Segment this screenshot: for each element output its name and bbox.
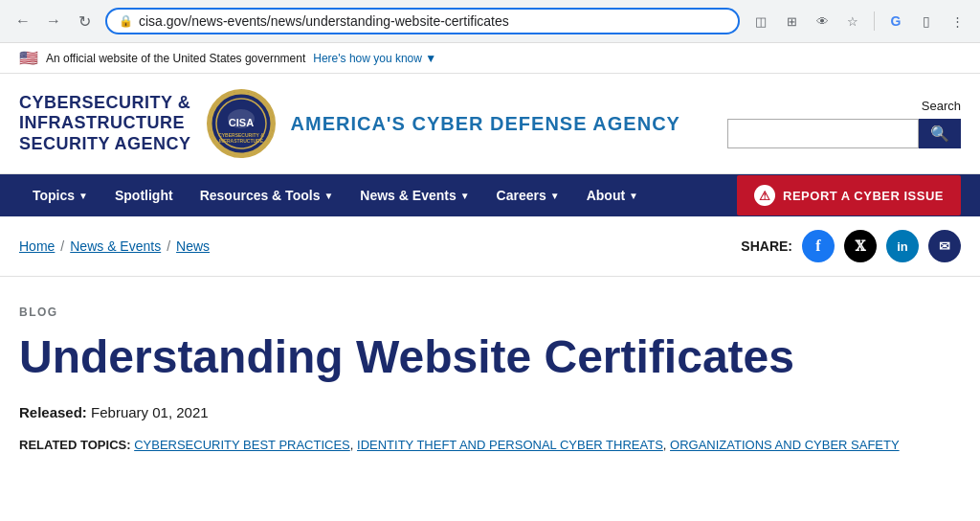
- report-cyber-issue-button[interactable]: ⚠ REPORT A CYBER ISSUE: [737, 175, 961, 215]
- search-label: Search: [922, 99, 961, 113]
- chevron-down-icon: ▼: [629, 191, 638, 201]
- extensions-button[interactable]: ▯: [913, 8, 940, 34]
- main-nav: Topics ▼ Spotlight Resources & Tools ▼ N…: [0, 174, 980, 216]
- share-linkedin-button[interactable]: in: [886, 230, 919, 262]
- share-facebook-button[interactable]: f: [802, 230, 835, 262]
- share-x-button[interactable]: 𝕏: [844, 230, 877, 262]
- agency-name-line3: SECURITY AGENCY: [19, 134, 191, 155]
- back-button[interactable]: ←: [10, 8, 36, 34]
- released-row: Released: February 01, 2021: [19, 404, 961, 420]
- search-section: Search 🔍: [727, 99, 961, 148]
- eye-button[interactable]: 👁: [809, 8, 835, 34]
- chevron-down-icon: ▼: [550, 191, 560, 201]
- govt-banner-text: An official website of the United States…: [46, 52, 305, 65]
- topics-row: RELATED TOPICS: CYBERSECURITY BEST PRACT…: [19, 438, 961, 452]
- nav-items: Topics ▼ Spotlight Resources & Tools ▼ N…: [19, 174, 652, 216]
- article-title: Understanding Website Certificates: [19, 332, 961, 383]
- flag-icon: 🇺🇸: [19, 49, 38, 67]
- chevron-down-icon: ▼: [78, 191, 88, 201]
- browser-chrome: ← → ↻ 🔒 ◫ ⊞ 👁 ☆ G ▯ ⋮: [0, 0, 980, 43]
- shield-icon: ⚠: [759, 189, 771, 203]
- topic-link-3[interactable]: ORGANIZATIONS AND CYBER SAFETY: [670, 438, 900, 452]
- agency-name-line2: INFRASTRUCTURE: [19, 113, 191, 134]
- lock-icon: 🔒: [119, 14, 133, 28]
- address-input[interactable]: [139, 13, 726, 29]
- cisa-seal: CISA CYBERSECURITY & INFRASTRUCTURE: [207, 89, 276, 158]
- topic-separator: ,: [663, 438, 670, 452]
- share-row: SHARE: f 𝕏 in ✉: [741, 230, 961, 262]
- released-label: Released:: [19, 404, 87, 420]
- grid-menu-button[interactable]: ⊞: [778, 8, 805, 34]
- article-type-label: BLOG: [19, 306, 961, 319]
- chevron-down-icon: ▼: [323, 191, 333, 201]
- nav-item-about[interactable]: About ▼: [573, 174, 652, 216]
- bookmark-button[interactable]: ☆: [839, 8, 866, 34]
- nav-item-topics[interactable]: Topics ▼: [19, 174, 101, 216]
- breadcrumb-separator: /: [167, 238, 170, 254]
- browser-nav-buttons: ← → ↻: [10, 8, 98, 34]
- breadcrumb-home[interactable]: Home: [19, 238, 55, 254]
- agency-name-line1: CYBERSECURITY &: [19, 93, 191, 114]
- forward-button[interactable]: →: [40, 8, 67, 34]
- article-content: BLOG Understanding Website Certificates …: [0, 277, 980, 490]
- site-header: CYBERSECURITY & INFRASTRUCTURE SECURITY …: [0, 74, 980, 174]
- breadcrumb-separator: /: [60, 238, 64, 254]
- breadcrumb-news[interactable]: News: [176, 238, 210, 254]
- breadcrumb-news-events[interactable]: News & Events: [70, 238, 161, 254]
- breadcrumb: Home / News & Events / News: [19, 238, 210, 254]
- seal-svg: CISA CYBERSECURITY & INFRASTRUCTURE: [210, 92, 273, 155]
- chevron-down-icon: ▼: [460, 191, 470, 201]
- nav-item-news-events[interactable]: News & Events ▼: [346, 174, 482, 216]
- report-icon: ⚠: [754, 185, 775, 206]
- nav-item-careers[interactable]: Careers ▼: [483, 174, 573, 216]
- search-row: 🔍: [727, 119, 961, 148]
- topic-link-2[interactable]: IDENTITY THEFT AND PERSONAL CYBER THREAT…: [357, 438, 663, 452]
- share-email-button[interactable]: ✉: [928, 230, 961, 262]
- more-button[interactable]: ⋮: [944, 8, 970, 34]
- topic-separator: ,: [350, 438, 357, 452]
- tab-menu-button[interactable]: ◫: [747, 8, 774, 34]
- released-date: February 01, 2021: [91, 404, 209, 420]
- heres-how-link[interactable]: Here's how you know ▼: [313, 52, 436, 65]
- breadcrumb-row: Home / News & Events / News SHARE: f 𝕏 i…: [0, 216, 980, 277]
- divider: [874, 11, 875, 31]
- search-button[interactable]: 🔍: [919, 119, 961, 148]
- govt-banner: 🇺🇸 An official website of the United Sta…: [0, 43, 980, 74]
- svg-text:CISA: CISA: [228, 117, 253, 128]
- nav-item-spotlight[interactable]: Spotlight: [101, 174, 187, 216]
- google-button[interactable]: G: [882, 8, 909, 34]
- share-label: SHARE:: [741, 238, 792, 254]
- browser-action-buttons: ◫ ⊞ 👁 ☆ G ▯ ⋮: [747, 8, 970, 34]
- search-input[interactable]: [727, 119, 919, 148]
- address-bar-container[interactable]: 🔒: [105, 8, 740, 34]
- agency-name-text: CYBERSECURITY & INFRASTRUCTURE SECURITY …: [19, 93, 191, 155]
- topic-link-1[interactable]: CYBERSECURITY BEST PRACTICES: [134, 438, 350, 452]
- refresh-button[interactable]: ↻: [71, 8, 98, 34]
- svg-text:INFRASTRUCTURE: INFRASTRUCTURE: [218, 138, 263, 144]
- nav-item-resources[interactable]: Resources & Tools ▼: [187, 174, 347, 216]
- topics-label: RELATED TOPICS:: [19, 438, 131, 452]
- logo-section: CYBERSECURITY & INFRASTRUCTURE SECURITY …: [19, 89, 680, 158]
- tagline: AMERICA'S CYBER DEFENSE AGENCY: [291, 113, 680, 135]
